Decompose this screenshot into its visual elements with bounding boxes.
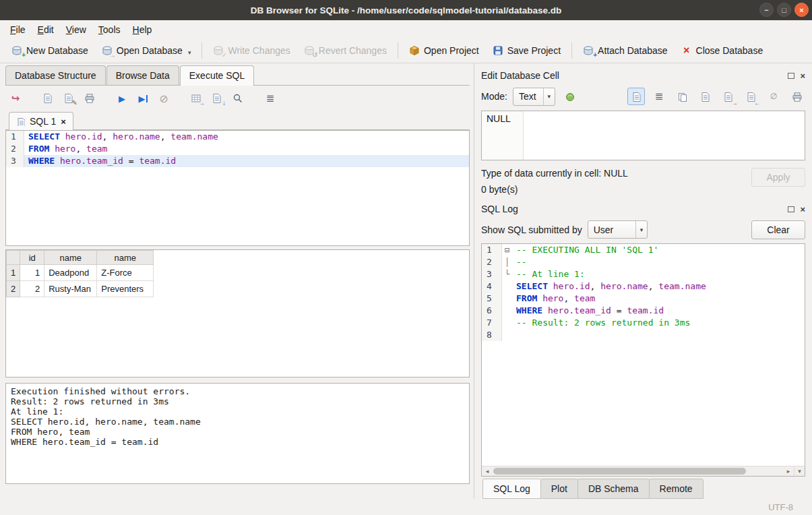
code-line[interactable]: 1SELECT hero.id, hero.name, team.name: [6, 131, 469, 143]
text-view-icon: [631, 92, 642, 102]
save-sql-file-button[interactable]: [39, 90, 57, 107]
scroll-down-icon[interactable]: ▾: [794, 466, 805, 476]
sql-editor[interactable]: 1SELECT hero.id, hero.name, team.name2FR…: [5, 130, 470, 246]
tab-remote[interactable]: Remote: [649, 479, 704, 499]
tab-browse-data[interactable]: Browse Data: [106, 65, 179, 85]
save-results-view-button[interactable]: ↓: [208, 90, 226, 107]
execute-all-button[interactable]: ▶: [113, 90, 131, 107]
titlebar[interactable]: DB Browser for SQLite - /home/user/code/…: [0, 0, 812, 20]
dock-close-icon[interactable]: ×: [800, 71, 805, 80]
tab-execute-sql[interactable]: Execute SQL: [180, 65, 255, 86]
print-cell-button[interactable]: [788, 88, 805, 105]
copy-button[interactable]: [673, 88, 691, 105]
tab-db-schema[interactable]: DB Schema: [577, 479, 650, 499]
cell[interactable]: 2: [20, 281, 44, 297]
cell[interactable]: 1: [20, 265, 44, 281]
undock-icon[interactable]: [788, 73, 794, 79]
tab-database-structure[interactable]: Database Structure: [5, 65, 106, 85]
log-horizontal-scrollbar[interactable]: ◂ ▸ ▾: [482, 466, 805, 476]
code-line[interactable]: 3WHERE hero.team_id = team.id: [6, 155, 469, 167]
open-database-dropdown-icon[interactable]: ▾: [188, 49, 191, 56]
cell-editor[interactable]: NULL: [481, 111, 805, 160]
export-cell-button[interactable]: →: [719, 88, 737, 105]
open-external-button[interactable]: [561, 88, 578, 105]
execute-current-line-button[interactable]: ▶: [134, 90, 152, 107]
word-wrap-button[interactable]: ≣: [261, 90, 279, 107]
sql-tab-close-icon[interactable]: ×: [61, 117, 66, 127]
cell[interactable]: Z-Force: [97, 265, 154, 281]
export-results-button[interactable]: →: [187, 90, 205, 107]
undock-icon[interactable]: [788, 206, 794, 212]
close-button[interactable]: ×: [794, 3, 809, 17]
stop-execution-button: ⊘: [155, 90, 173, 107]
mode-value: Text: [519, 91, 536, 102]
code-line[interactable]: 5FROM hero, team: [482, 293, 805, 305]
cell[interactable]: Preventers: [97, 281, 154, 297]
row-header[interactable]: 1: [7, 265, 20, 281]
code-line[interactable]: 3└-- At line 1:: [482, 268, 805, 280]
print-icon: [84, 93, 95, 104]
sql-tab-1[interactable]: SQL 1 ×: [9, 112, 73, 130]
cell-edit-area[interactable]: [524, 111, 805, 160]
code-line[interactable]: 6WHERE hero.team_id = team.id: [482, 305, 805, 317]
menu-view[interactable]: View: [60, 22, 92, 38]
code-line[interactable]: 1⊟-- EXECUTING ALL IN 'SQL 1': [482, 244, 805, 256]
import-cell-button[interactable]: ←: [742, 88, 759, 105]
scrollbar-track[interactable]: [493, 466, 783, 476]
save-text-button[interactable]: [696, 88, 714, 105]
fold-guide: └: [502, 268, 512, 280]
attach-database-button[interactable]: + Attach Database: [577, 41, 674, 60]
submitted-by-select[interactable]: User ▾: [588, 220, 648, 239]
sql-log-view[interactable]: 1⊟-- EXECUTING ALL IN 'SQL 1'2│--3└-- At…: [481, 243, 805, 477]
dock-close-icon[interactable]: ×: [800, 205, 805, 214]
save-project-button[interactable]: Save Project: [487, 41, 567, 60]
new-database-icon: +: [11, 45, 22, 56]
new-database-button[interactable]: + New Database: [5, 41, 94, 60]
print-button[interactable]: [81, 90, 98, 107]
menu-file[interactable]: File: [4, 22, 32, 38]
mode-select[interactable]: Text ▾: [513, 88, 555, 106]
cell-word-wrap-button[interactable]: ≣: [650, 88, 668, 105]
cell[interactable]: Deadpond: [44, 265, 97, 281]
open-sql-file-button[interactable]: ↪: [7, 90, 24, 107]
open-project-button[interactable]: Open Project: [403, 41, 485, 60]
text-view-button[interactable]: [627, 88, 645, 105]
encoding-indicator[interactable]: UTF-8: [768, 502, 793, 512]
chevron-down-icon: ▾: [543, 88, 555, 105]
toolbar-separator: [571, 42, 572, 59]
button-label: Write Changes: [228, 45, 290, 56]
code-line[interactable]: 8: [482, 329, 805, 341]
word-wrap-icon: ≣: [655, 90, 664, 102]
line-number: 1: [6, 131, 24, 143]
code-line[interactable]: 2FROM hero, team: [6, 143, 469, 155]
cell[interactable]: Rusty-Man: [44, 281, 97, 297]
minimize-button[interactable]: −: [759, 3, 774, 17]
tab-sql-log[interactable]: SQL Log: [482, 479, 541, 499]
column-header[interactable]: name: [44, 251, 97, 265]
code-line[interactable]: 4SELECT hero.id, hero.name, team.name: [482, 280, 805, 293]
scroll-left-icon[interactable]: ◂: [482, 466, 493, 476]
column-header[interactable]: name: [97, 251, 154, 265]
open-database-button[interactable]: → Open Database ▾: [96, 41, 197, 60]
find-replace-button[interactable]: [229, 90, 247, 107]
clear-button[interactable]: Clear: [751, 220, 805, 239]
menu-tools[interactable]: Tools: [92, 22, 127, 38]
scroll-right-icon[interactable]: ▸: [783, 466, 794, 476]
code-text: WHERE hero.team_id = team.id: [24, 155, 469, 167]
menu-edit[interactable]: Edit: [32, 22, 60, 38]
code-line[interactable]: 2│--: [482, 256, 805, 268]
sql-tab-label: SQL 1: [30, 116, 56, 127]
column-header[interactable]: id: [20, 251, 44, 265]
edit-cell-dock-header: Edit Database Cell ×: [481, 67, 805, 84]
scrollbar-thumb[interactable]: [493, 468, 746, 475]
maximize-button[interactable]: □: [777, 3, 791, 17]
close-database-button[interactable]: × Close Database: [675, 41, 770, 60]
menu-help[interactable]: Help: [127, 22, 158, 38]
save-sql-file-as-button[interactable]: ✎: [60, 90, 77, 107]
row-header[interactable]: 2: [7, 281, 20, 297]
set-null-button[interactable]: ∅: [765, 88, 782, 105]
tab-plot[interactable]: Plot: [540, 479, 578, 499]
fold-collapse-icon[interactable]: ⊟: [502, 244, 512, 256]
code-line[interactable]: 7-- Result: 2 rows returned in 3ms: [482, 317, 805, 329]
close-database-icon: ×: [681, 45, 692, 56]
